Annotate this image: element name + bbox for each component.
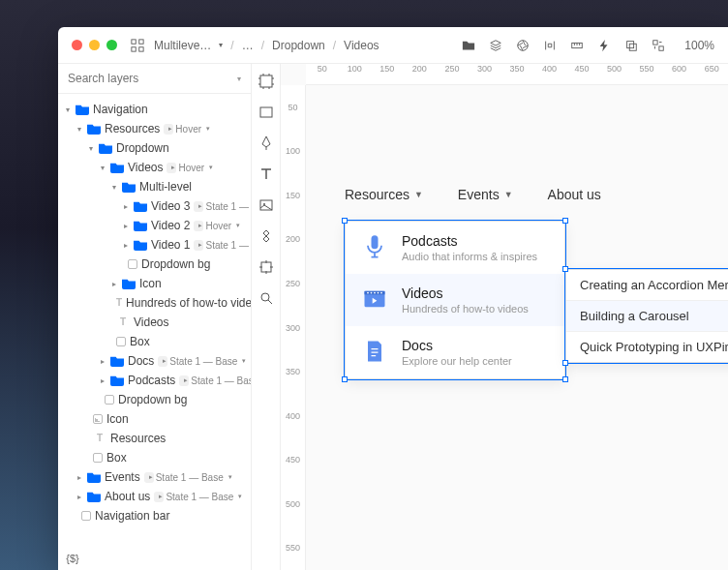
- layers-icon[interactable]: [489, 39, 502, 52]
- svg-rect-6: [627, 41, 634, 47]
- nav-about[interactable]: About us: [548, 187, 601, 202]
- maximize-icon[interactable]: [106, 40, 117, 50]
- layer-dropdown[interactable]: Dropdown: [58, 138, 251, 158]
- pen-icon[interactable]: [258, 135, 274, 151]
- dd2-accordion[interactable]: Creating an Accordion Menu: [566, 270, 728, 301]
- close-icon[interactable]: [72, 40, 82, 50]
- artboard-icon[interactable]: [258, 74, 274, 89]
- state-badge[interactable]: Hover: [167, 163, 176, 173]
- breadcrumb-item[interactable]: Multileve…: [154, 39, 211, 52]
- svg-point-15: [261, 293, 269, 301]
- breadcrumb[interactable]: Multileve…▾ / … / Dropdown / Videos: [154, 39, 379, 52]
- layer-videos-text[interactable]: TVideos: [58, 313, 251, 332]
- layer-multilevel[interactable]: Multi-level: [58, 177, 251, 196]
- zoom-level[interactable]: 100%: [684, 39, 714, 52]
- svg-point-19: [367, 292, 369, 294]
- svg-rect-10: [260, 75, 272, 87]
- dd2-carousel[interactable]: Building a Carousel: [566, 301, 728, 332]
- svg-rect-9: [659, 45, 663, 49]
- canvas[interactable]: 50100150200250300350400450500550600650 5…: [281, 64, 728, 570]
- canvas-nav: Resources▼ Events▼ About us: [345, 187, 601, 202]
- state-badge[interactable]: State 1 — Base: [179, 375, 189, 386]
- toolbar-icons: [462, 39, 665, 52]
- state-badge[interactable]: State 1 — Base: [158, 356, 167, 367]
- mic-icon: [361, 233, 388, 260]
- layer-icon2[interactable]: Icon: [58, 409, 251, 429]
- layer-video2[interactable]: Video 2Hover: [58, 216, 251, 235]
- dd-podcasts[interactable]: PodcastsAudio that informs & inspires: [346, 222, 564, 274]
- layer-video1[interactable]: Video 1State 1 — Base: [58, 235, 251, 255]
- layer-docs[interactable]: DocsState 1 — Base: [58, 351, 251, 371]
- window-controls: [72, 40, 117, 50]
- dd-videos[interactable]: VideosHundreds of how-to videos: [346, 274, 564, 326]
- svg-rect-8: [653, 40, 657, 44]
- dropdown-level1[interactable]: PodcastsAudio that informs & inspires Vi…: [345, 221, 565, 379]
- layer-navbar[interactable]: Navigation bar: [58, 506, 251, 525]
- state-badge[interactable]: State 1 — Base: [194, 201, 203, 212]
- layer-podcasts[interactable]: PodcastsState 1 — Base: [58, 371, 251, 390]
- minimize-icon[interactable]: [89, 40, 100, 50]
- state-badge[interactable]: State 1 — Base: [154, 492, 164, 502]
- breadcrumb-item[interactable]: Videos: [344, 39, 379, 52]
- layer-box2[interactable]: Box: [58, 448, 251, 467]
- ruler-horizontal: 50100150200250300350400450500550600650: [306, 64, 728, 85]
- ruler-vertical: 50100150200250300350400450500550: [281, 85, 306, 570]
- align-icon[interactable]: [543, 39, 557, 52]
- nav-resources[interactable]: Resources▼: [345, 187, 423, 202]
- dd2-prototype[interactable]: Quick Prototyping in UXPin: [566, 332, 728, 362]
- arrange-icon[interactable]: [652, 39, 665, 52]
- layer-resources-text[interactable]: TResources: [58, 429, 251, 448]
- layer-howto-text[interactable]: THundreds of how-to videos: [58, 293, 251, 313]
- search-input[interactable]: [68, 72, 237, 85]
- text-icon[interactable]: [258, 166, 274, 182]
- spec-icon[interactable]: {$}: [58, 553, 87, 564]
- rect-icon[interactable]: [258, 105, 274, 120]
- grid-icon[interactable]: [131, 39, 144, 52]
- state-badge[interactable]: Hover: [164, 124, 173, 135]
- svg-point-21: [374, 292, 376, 294]
- layer-navigation[interactable]: Navigation: [58, 100, 251, 119]
- chevron-down-icon: ▼: [504, 190, 513, 199]
- layer-resources[interactable]: ResourcesHover: [58, 119, 251, 138]
- tool-rail: [252, 64, 281, 570]
- dropdown-level2[interactable]: Creating an Accordion Menu Building a Ca…: [565, 269, 728, 363]
- layer-tree: Navigation ResourcesHover Dropdown Video…: [58, 94, 251, 570]
- state-badge[interactable]: Hover: [194, 221, 203, 231]
- layer-videos[interactable]: VideosHover: [58, 158, 251, 177]
- svg-point-20: [371, 292, 373, 294]
- folder-icon[interactable]: [462, 39, 475, 52]
- layer-dropdown-bg2[interactable]: Dropdown bg: [58, 390, 251, 409]
- layer-icon[interactable]: Icon: [58, 274, 251, 293]
- hotspot-icon[interactable]: [258, 259, 274, 275]
- layer-video3[interactable]: Video 3State 1 — Base: [58, 196, 251, 216]
- breadcrumb-item[interactable]: …: [242, 39, 254, 52]
- layer-box[interactable]: Box: [58, 332, 251, 351]
- chevron-down-icon[interactable]: ▾: [237, 75, 241, 83]
- svg-point-4: [518, 40, 529, 50]
- component-icon[interactable]: [258, 228, 274, 244]
- ruler-icon[interactable]: [570, 39, 584, 52]
- layer-about[interactable]: About usState 1 — Base: [58, 487, 251, 506]
- state-badge[interactable]: State 1 — Base: [144, 472, 154, 483]
- dd-docs[interactable]: DocsExplore our help center: [346, 326, 564, 378]
- layer-events[interactable]: EventsState 1 — Base: [58, 467, 251, 487]
- doc-icon: [361, 338, 388, 365]
- svg-rect-0: [132, 39, 136, 43]
- search-layers: ▾: [58, 64, 251, 94]
- breadcrumb-item[interactable]: Dropdown: [272, 39, 325, 52]
- state-badge[interactable]: State 1 — Base: [194, 240, 203, 251]
- svg-rect-1: [139, 39, 143, 43]
- titlebar: Multileve…▾ / … / Dropdown / Videos 100%: [58, 27, 728, 64]
- copy-icon[interactable]: [624, 39, 638, 52]
- layer-dropdown-bg[interactable]: Dropdown bg: [58, 255, 251, 274]
- chevron-down-icon: ▼: [414, 190, 423, 199]
- bolt-icon[interactable]: [597, 39, 611, 52]
- svg-point-22: [378, 292, 379, 294]
- svg-rect-11: [260, 107, 272, 117]
- app-window: Multileve…▾ / … / Dropdown / Videos 100%…: [58, 27, 728, 570]
- search-icon[interactable]: [258, 290, 274, 306]
- svg-rect-7: [630, 44, 637, 50]
- nav-events[interactable]: Events▼: [458, 187, 513, 202]
- aperture-icon[interactable]: [516, 39, 530, 52]
- image-icon[interactable]: [258, 197, 274, 213]
